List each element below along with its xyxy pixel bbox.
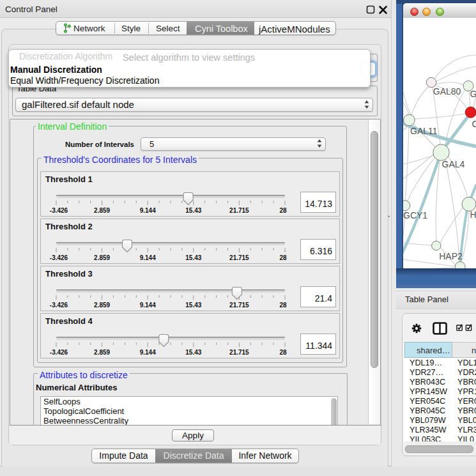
svg-text:GAL4: GAL4 (442, 159, 465, 169)
svg-text:GA: GA (470, 89, 476, 99)
svg-text:GCY1: GCY1 (403, 210, 427, 220)
svg-text:HAP2: HAP2 (439, 251, 463, 261)
svg-text:C: C (472, 119, 476, 129)
svg-text:GAL80: GAL80 (433, 86, 461, 96)
svg-text:HA: HA (470, 210, 476, 220)
svg-text:GAL11: GAL11 (410, 126, 438, 136)
